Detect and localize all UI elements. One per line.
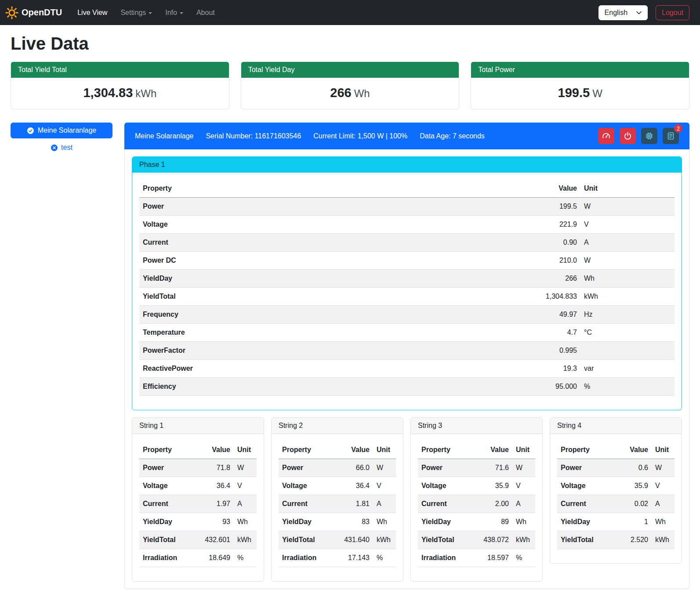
table-row: Power71.6W — [418, 459, 535, 477]
value-cell: 431.640 — [339, 531, 373, 549]
inverter-select-button[interactable]: Meine Solaranlage — [11, 123, 112, 138]
event-log-button[interactable]: 2 — [663, 128, 679, 144]
column-value: Value — [478, 441, 512, 459]
column-property: Property — [139, 180, 523, 198]
property-cell: PowerFactor — [139, 342, 523, 360]
property-cell: Power — [557, 459, 617, 477]
value-cell: 89 — [478, 513, 512, 531]
inverter-item-test[interactable]: test — [11, 144, 112, 152]
nav-item-about[interactable]: About — [190, 5, 221, 20]
column-value: Value — [617, 441, 652, 459]
value-cell: 71.6 — [478, 459, 512, 477]
card-value: 1,304.83 — [83, 86, 133, 100]
value-cell: 66.0 — [339, 459, 373, 477]
unit-cell: A — [234, 495, 257, 513]
property-cell: Irradiation — [279, 549, 339, 567]
unit-cell: V — [652, 477, 675, 495]
value-cell: 18.597 — [478, 549, 512, 567]
property-cell: Current — [557, 495, 617, 513]
inverter-actions: 2 — [598, 128, 679, 144]
card-unit: Wh — [354, 87, 370, 99]
nav-item-settings[interactable]: Settings — [114, 5, 159, 20]
table-row: YieldTotal432.601kWh — [139, 531, 257, 549]
property-cell: Power — [139, 459, 199, 477]
unit-cell: var — [580, 360, 675, 378]
power-toggle-button[interactable] — [620, 128, 636, 144]
value-cell: 0.90 — [523, 234, 580, 252]
value-cell: 35.9 — [478, 477, 512, 495]
property-cell: Efficiency — [139, 378, 523, 396]
unit-cell: W — [580, 252, 675, 270]
table-row: ReactivePower19.3var — [139, 360, 675, 378]
phase-card: Phase 1 Property Value Unit Power199.5WV… — [132, 156, 682, 410]
brand-link[interactable]: OpenDTU — [5, 6, 62, 19]
unit-cell: % — [234, 549, 257, 567]
device-info-button[interactable] — [641, 128, 657, 144]
table-row: Power199.5W — [139, 198, 675, 216]
unit-cell: W — [234, 459, 257, 477]
unit-cell: V — [234, 477, 257, 495]
table-row: YieldTotal2.520kWh — [557, 531, 675, 549]
table-header-row: Property Value Unit — [139, 180, 675, 198]
string-2-table: Property Value Unit Power66.0WVoltage36.… — [279, 441, 396, 567]
language-select[interactable]: English — [598, 5, 648, 20]
total-power-card: Total Power 199.5W — [471, 62, 689, 109]
unit-cell: % — [580, 378, 675, 396]
property-cell: Power — [279, 459, 339, 477]
string-body: Property Value Unit Power71.6WVoltage35.… — [411, 434, 542, 581]
phase-title: Phase 1 — [132, 157, 682, 173]
property-cell: YieldDay — [139, 513, 199, 531]
string-title: String 2 — [272, 418, 403, 434]
chevron-down-icon — [149, 12, 152, 14]
language-value: English — [605, 9, 627, 17]
unit-cell: kWh — [652, 531, 675, 549]
string-3-card: String 3 Property Value Unit — [410, 417, 543, 582]
unit-cell: A — [580, 234, 675, 252]
table-row: Temperature4.7°C — [139, 324, 675, 342]
unit-cell: V — [512, 477, 535, 495]
value-cell: 18.649 — [199, 549, 234, 567]
property-cell: YieldTotal — [418, 531, 478, 549]
unit-cell: W — [512, 459, 535, 477]
chevron-down-icon — [636, 11, 642, 14]
summary-cards-row: Total Yield Total 1,304.83kWh Total Yiel… — [11, 62, 689, 109]
table-row: Current0.02A — [557, 495, 675, 513]
table-row: Current1.81A — [279, 495, 396, 513]
logout-button[interactable]: Logout — [656, 5, 689, 20]
column-unit: Unit — [580, 180, 675, 198]
unit-cell — [580, 342, 675, 360]
page-container: Live Data Total Yield Total 1,304.83kWh … — [0, 34, 700, 597]
inverter-serial: Serial Number: 116171603546 — [206, 132, 301, 140]
nav-item-info[interactable]: Info — [159, 5, 190, 20]
sun-logo-icon — [5, 6, 18, 19]
value-cell: 2.00 — [478, 495, 512, 513]
string-2-card: String 2 Property Value Unit — [271, 417, 403, 582]
table-header-row: Property Value Unit — [279, 441, 396, 459]
card-value-area: 1,304.83kWh — [11, 78, 229, 109]
unit-cell: Wh — [373, 513, 396, 531]
card-title: Total Yield Day — [241, 62, 459, 78]
property-cell: YieldTotal — [139, 531, 199, 549]
property-cell: Frequency — [139, 306, 523, 324]
unit-cell: °C — [580, 324, 675, 342]
property-cell: YieldDay — [557, 513, 617, 531]
column-property: Property — [279, 441, 339, 459]
property-cell: Power DC — [139, 252, 523, 270]
table-row: YieldDay89Wh — [418, 513, 535, 531]
value-cell: 0.02 — [617, 495, 652, 513]
table-header-row: Property Value Unit — [418, 441, 535, 459]
card-value: 266 — [330, 86, 351, 100]
phase-body: Property Value Unit Power199.5WVoltage22… — [132, 173, 682, 410]
nav-item-live-view[interactable]: Live View — [71, 5, 114, 20]
table-row: PowerFactor0.995 — [139, 342, 675, 360]
string-3-table: Property Value Unit Power71.6WVoltage35.… — [418, 441, 535, 567]
string-body: Property Value Unit Power0.6WVoltage35.9… — [550, 434, 682, 563]
limit-settings-button[interactable] — [598, 128, 614, 144]
value-cell: 432.601 — [199, 531, 234, 549]
property-cell: Voltage — [279, 477, 339, 495]
table-row: Power66.0W — [279, 459, 396, 477]
table-row: YieldDay83Wh — [279, 513, 396, 531]
inverter-limit: Current Limit: 1,500 W | 100% — [313, 132, 407, 140]
value-cell: 19.3 — [523, 360, 580, 378]
unit-cell: Wh — [580, 270, 675, 288]
